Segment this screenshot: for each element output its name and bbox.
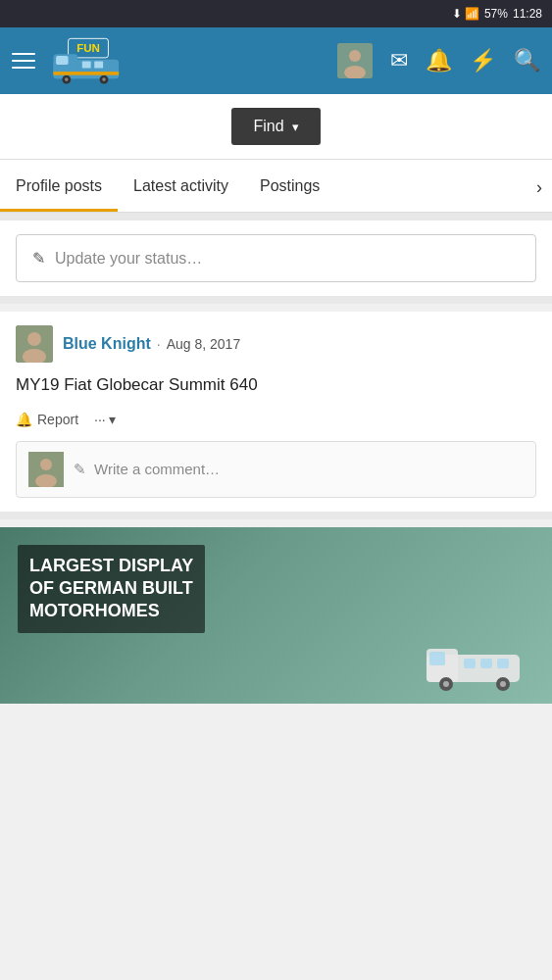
ad-line-3: MOTORHOMES [29, 600, 193, 622]
tab-profile-posts[interactable]: Profile posts [0, 160, 118, 212]
status-bar: ⬇ 📶 57% 11:28 [0, 0, 552, 27]
post-header: Blue Knight · Aug 8, 2017 [16, 325, 536, 363]
time-display: 11:28 [513, 7, 542, 21]
battery-status: 57% [484, 7, 508, 21]
ad-text-block: LARGEST DISPLAY OF GERMAN BUILT MOTORHOM… [18, 545, 205, 633]
find-dropdown-arrow: ▾ [292, 120, 299, 134]
header-icons: ✉ 🔔 ⚡ 🔍 [337, 43, 540, 78]
post-actions: 🔔 Report ··· ▾ [16, 412, 536, 427]
report-icon: 🔔 [16, 412, 32, 427]
report-label: Report [37, 412, 78, 427]
svg-rect-5 [56, 56, 68, 65]
svg-point-9 [65, 77, 69, 81]
post-content: MY19 Fiat Globecar Summit 640 [16, 372, 536, 398]
tab-postings[interactable]: Postings [244, 160, 335, 212]
svg-point-20 [40, 459, 52, 470]
svg-point-17 [27, 332, 41, 346]
bolt-icon[interactable]: ⚡ [470, 48, 496, 74]
pencil-icon: ✎ [32, 249, 45, 268]
more-dots: ··· [94, 412, 106, 427]
more-dropdown-arrow: ▾ [109, 412, 116, 427]
find-button-label: Find [253, 118, 283, 135]
post-author-name[interactable]: Blue Knight [63, 335, 151, 353]
ad-motorhome-image [425, 645, 542, 694]
report-button[interactable]: 🔔 Report [16, 412, 78, 427]
user-avatar[interactable] [337, 43, 373, 78]
comment-placeholder: Write a comment… [94, 461, 220, 477]
find-bar: Find ▾ [0, 94, 552, 160]
ad-banner[interactable]: LARGEST DISPLAY OF GERMAN BUILT MOTORHOM… [0, 527, 552, 704]
post-meta: Blue Knight · Aug 8, 2017 [63, 335, 240, 353]
bell-icon[interactable]: 🔔 [426, 48, 452, 74]
mail-icon[interactable]: ✉ [390, 48, 408, 74]
menu-button[interactable] [12, 53, 35, 69]
svg-rect-6 [82, 61, 91, 68]
comment-input[interactable]: ✎ Write a comment… [74, 461, 524, 478]
svg-point-29 [443, 681, 449, 687]
svg-point-31 [500, 681, 506, 687]
bluetooth-icon: ⬇ 📶 [452, 7, 479, 21]
tabs-bar: Profile posts Latest activity Postings › [0, 160, 552, 213]
svg-rect-7 [94, 61, 103, 68]
divider-3 [0, 512, 552, 519]
tabs-more-button[interactable]: › [527, 160, 552, 212]
svg-rect-12 [53, 72, 119, 75]
post-separator: · [157, 336, 161, 352]
svg-rect-25 [464, 659, 476, 668]
post-card: Blue Knight · Aug 8, 2017 MY19 Fiat Glob… [0, 312, 552, 512]
comment-user-avatar [28, 452, 64, 487]
post-date: Aug 8, 2017 [167, 336, 241, 352]
update-status-box[interactable]: ✎ Update your status… [16, 234, 536, 282]
search-icon[interactable]: 🔍 [514, 48, 540, 74]
svg-text:FUN: FUN [76, 42, 100, 54]
ad-line-2: OF GERMAN BUILT [29, 577, 193, 600]
update-status-section: ✎ Update your status… [0, 220, 552, 296]
svg-point-14 [349, 50, 361, 62]
svg-rect-27 [497, 659, 509, 668]
svg-rect-26 [480, 659, 492, 668]
ad-line-1: LARGEST DISPLAY [29, 555, 193, 577]
post-author-avatar[interactable] [16, 325, 53, 363]
ad-background: LARGEST DISPLAY OF GERMAN BUILT MOTORHOM… [0, 527, 552, 704]
update-status-placeholder: Update your status… [55, 250, 202, 268]
svg-rect-24 [429, 652, 445, 665]
more-options-button[interactable]: ··· ▾ [94, 412, 116, 427]
svg-point-11 [102, 77, 106, 81]
app-header: FUN ✉ [0, 27, 552, 94]
logo[interactable]: FUN [49, 35, 127, 86]
divider-2 [0, 296, 552, 304]
tab-latest-activity[interactable]: Latest activity [118, 160, 244, 212]
find-button[interactable]: Find ▾ [231, 108, 320, 145]
comment-pencil-icon: ✎ [74, 461, 86, 478]
section-divider [0, 213, 552, 220]
comment-box[interactable]: ✎ Write a comment… [16, 441, 536, 498]
